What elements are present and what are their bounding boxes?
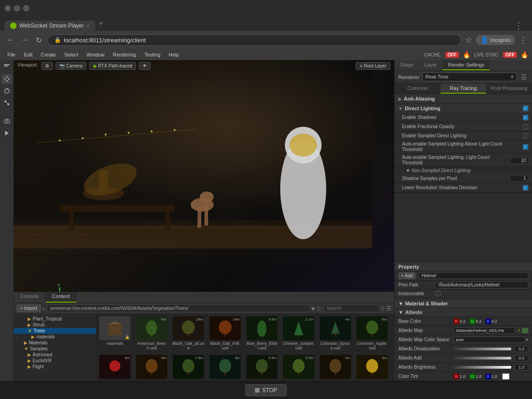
prim-path-input[interactable] xyxy=(435,281,528,288)
desaturation-number[interactable]: 0.0 xyxy=(515,346,528,352)
sidebar-move-tool[interactable] xyxy=(2,74,12,84)
rs-section-anti-aliasing-header[interactable]: ▶ Anti-Aliasing xyxy=(395,94,532,103)
tab-layer[interactable]: Layer xyxy=(419,60,443,70)
tab-stage[interactable]: Stage xyxy=(395,60,419,70)
menu-rendering[interactable]: Rendering xyxy=(109,51,140,58)
search-input[interactable] xyxy=(323,304,379,312)
channel-g-val[interactable]: 0.2 xyxy=(476,319,485,324)
scene-viewport[interactable]: X Y Z xyxy=(14,60,394,292)
albedo-add-slider[interactable] xyxy=(453,357,511,360)
viewport-visibility-btn[interactable]: 👁 xyxy=(139,62,151,70)
color-space-select[interactable]: auto xyxy=(453,337,525,343)
rs-tab-post-processing[interactable]: Post Processing xyxy=(486,84,532,94)
fractional-opacity-check[interactable] xyxy=(523,124,528,129)
nav-back-btn[interactable]: ← xyxy=(5,34,16,46)
stop-button[interactable]: STOP xyxy=(245,384,287,396)
albedo-map-text[interactable]: Materials/Helmet_MDL/He xyxy=(453,327,515,334)
tree-item-materials[interactable]: ▶ materials xyxy=(14,334,96,340)
channel-r-val[interactable]: 0.2 xyxy=(460,319,469,324)
desaturation-slider[interactable] xyxy=(453,348,511,350)
menu-testing[interactable]: Testing xyxy=(141,51,164,58)
instanceable-check[interactable] xyxy=(435,291,441,296)
asset-item-chinese-juniper[interactable]: 2.1m Chinese_Juniper.usd xyxy=(280,314,317,353)
menu-select[interactable]: Select xyxy=(61,51,82,58)
tree-item-trees[interactable]: ▼ Trees xyxy=(14,328,96,334)
tint-r-val[interactable]: 1.0 xyxy=(460,374,469,379)
asset-item-black-oak-fall[interactable]: 18m Black_Oak_Fall.usd xyxy=(207,314,243,353)
tree-item-samples[interactable]: ▼ Samples xyxy=(14,346,96,352)
path-options-btn[interactable]: ▾ xyxy=(311,305,315,312)
sidebar-play-tool[interactable] xyxy=(2,128,12,138)
sidebar-rotate-tool[interactable] xyxy=(2,86,12,96)
albedo-add-number[interactable]: 0.0 xyxy=(515,355,528,361)
subsection-title[interactable]: ▼ Non-Sampled Direct Lighting xyxy=(406,168,528,173)
tint-b-val[interactable]: 1.0 xyxy=(492,374,501,379)
browser-options-btn[interactable]: ⋮ xyxy=(519,35,527,45)
sidebar-scale-tool[interactable] xyxy=(2,98,12,108)
lower-res-denoiser-check[interactable] xyxy=(523,185,528,191)
menu-edit[interactable]: Edit xyxy=(20,51,36,58)
browser-menu-btn[interactable]: ⋮ xyxy=(515,21,523,31)
bookmark-btn[interactable]: ☆ xyxy=(465,35,472,45)
import-btn[interactable]: + Import xyxy=(17,304,41,312)
albedo-map-link-icon[interactable]: ↗ xyxy=(517,328,521,333)
sidebar-camera-tool[interactable] xyxy=(2,116,12,126)
tab-close-btn[interactable]: × xyxy=(87,23,90,28)
asset-item-colorado-spruce[interactable]: 4m Colorado_Spruce.usd xyxy=(317,314,354,353)
nav-left-btn[interactable]: ‹ xyxy=(43,305,45,312)
rs-menu-btn[interactable]: ☰ xyxy=(520,73,528,81)
white-swatch[interactable] xyxy=(502,373,509,380)
asset-item-r2-3[interactable]: 7.6m xyxy=(170,353,207,381)
asset-item-r2-2[interactable]: 6m xyxy=(133,353,170,381)
bookmark-path-btn[interactable]: ☆ xyxy=(317,305,322,312)
albedo-map-color-btn[interactable] xyxy=(522,328,528,333)
address-bar[interactable]: 🔒 localhost:8011/streaming/client xyxy=(47,34,461,46)
rs-tab-ray-tracing[interactable]: Ray Tracing xyxy=(441,84,487,94)
new-tab-btn[interactable]: + xyxy=(95,17,107,29)
menu-file[interactable]: File xyxy=(4,51,19,58)
menu-window[interactable]: Window xyxy=(83,51,108,58)
brightness-number[interactable]: 1.0 xyxy=(515,364,528,371)
tree-item-materials-top[interactable]: ▶ Materials xyxy=(14,340,96,346)
browser-tab[interactable]: WebSocket Stream Player × xyxy=(5,21,95,31)
albedo-section[interactable]: ▼ Albedo xyxy=(395,308,532,317)
asset-item-r2-4[interactable]: 3m xyxy=(207,353,243,381)
list-view-btn[interactable]: ☰ xyxy=(386,305,391,312)
window-max-btn[interactable] xyxy=(23,5,29,11)
viewport-rtx-btn[interactable]: ◉ RTX Path-traced xyxy=(89,62,136,70)
color-space-dropdown[interactable]: ▾ xyxy=(526,337,528,342)
rs-section-direct-lighting-header[interactable]: ▼ Direct Lighting xyxy=(395,104,532,113)
direct-lighting-enable-check[interactable] xyxy=(523,106,528,111)
root-layer-btn[interactable]: ≡ Root Layer xyxy=(356,62,391,70)
asset-item-black-oak-all[interactable]: 18m Black_Oak_all.usd xyxy=(170,314,207,353)
asset-item-r2-1[interactable]: 3m xyxy=(96,353,133,381)
light-count-threshold-value[interactable]: 10 xyxy=(510,157,528,164)
property-name-input[interactable] xyxy=(419,272,528,279)
menu-create[interactable]: Create xyxy=(37,51,60,58)
tree-item-flight[interactable]: ▶ Flight xyxy=(14,364,96,370)
shadow-samples-value[interactable]: 1 xyxy=(510,175,528,182)
tab-console[interactable]: Console xyxy=(14,292,45,303)
nav-forward-btn[interactable]: → xyxy=(19,34,30,46)
rs-tab-common[interactable]: Common xyxy=(395,84,441,94)
filter-btn[interactable]: ▽ xyxy=(380,305,385,312)
sampled-lighting-check[interactable] xyxy=(523,133,528,139)
asset-item-materials[interactable]: 🔒 materials xyxy=(96,314,133,353)
asset-item-american-beech[interactable]: 6m American_Beech.usd xyxy=(133,314,170,353)
property-add-btn[interactable]: + Add xyxy=(398,272,416,279)
window-min-btn[interactable] xyxy=(14,5,20,11)
viewport-camera-btn[interactable]: 📷 Camera xyxy=(56,62,86,70)
asset-item-r2-8[interactable]: 3m xyxy=(354,353,391,381)
tree-item-plant-tropical[interactable]: ▶ Plant_Tropical xyxy=(14,316,96,322)
tree-item-euclidvr[interactable]: ▶ EuclidVR xyxy=(14,358,96,364)
asset-item-blue-berry[interactable]: 4.5m Blue_Berry_Elder.usd xyxy=(243,314,280,353)
incognito-btn[interactable]: 👤 Incognito xyxy=(476,35,515,45)
channel-b-val[interactable]: 0.2 xyxy=(492,319,501,324)
tint-g-val[interactable]: 1.0 xyxy=(476,374,485,379)
sidebar-select-tool[interactable] xyxy=(2,62,12,72)
brightness-slider[interactable] xyxy=(453,366,511,369)
tab-content[interactable]: Content xyxy=(45,292,77,303)
tab-render-settings[interactable]: Render Settings xyxy=(442,60,490,70)
enable-shadows-check[interactable] xyxy=(523,115,528,120)
nav-refresh-btn[interactable]: ↻ xyxy=(34,34,44,46)
